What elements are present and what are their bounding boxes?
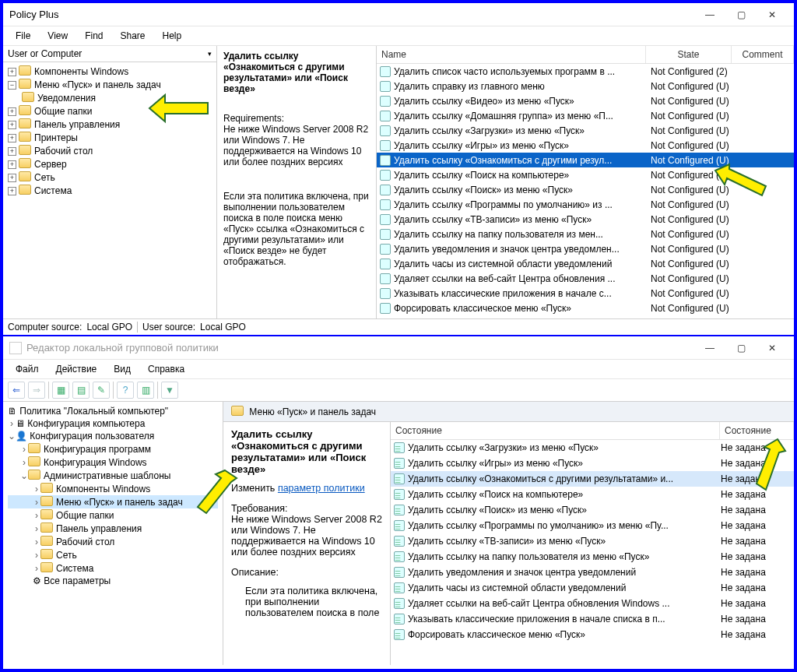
expand-icon[interactable]: › (33, 550, 40, 561)
tree-node[interactable]: +Рабочий стол (8, 144, 212, 157)
back-button[interactable]: ⇐ (8, 382, 25, 399)
expand-icon[interactable]: › (33, 497, 40, 508)
policy-row[interactable]: Указывать классические приложения в нача… (391, 611, 794, 627)
col-name[interactable]: Name (377, 46, 646, 63)
policy-row[interactable]: Удалить ссылку «Видео» из меню «Пуск»Not… (377, 93, 794, 108)
policy-row[interactable]: Удалить ссылку «Загрузки» из меню «Пуск»… (391, 440, 794, 456)
tool-icon[interactable]: ▦ (52, 382, 69, 399)
policy-row[interactable]: Удалить ссылку «Поиск на компьютере»Не з… (391, 487, 794, 502)
tree-node[interactable]: ›Рабочий стол (8, 535, 218, 548)
expand-icon[interactable]: › (20, 457, 28, 468)
expand-icon[interactable]: › (33, 563, 40, 574)
policy-row[interactable]: Удаляет ссылки на веб-сайт Центра обновл… (377, 271, 794, 286)
menu-file[interactable]: File (8, 29, 38, 43)
expand-icon[interactable]: › (33, 537, 40, 547)
policy-row[interactable]: Удалить ссылку «Поиск на компьютере»Not … (377, 167, 794, 182)
expand-icon[interactable]: + (8, 187, 16, 195)
tree-node[interactable]: ⚙ Все параметры (8, 575, 218, 587)
menu-view[interactable]: View (40, 29, 75, 43)
menu-item[interactable]: Вид (106, 362, 139, 376)
tree-node[interactable]: 🗎 Политика "Локальный компьютер" (8, 405, 218, 417)
tree-node[interactable]: ›Конфигурация программ (8, 442, 218, 456)
tree-node[interactable]: Уведомления (22, 91, 212, 104)
menu-help[interactable]: Help (155, 29, 190, 43)
minimize-button[interactable]: — (694, 337, 725, 359)
policy-row[interactable]: Удалить ссылку на папку пользователя из … (377, 227, 794, 241)
tree-node[interactable]: +Компоненты Windows (8, 65, 212, 78)
tree-node[interactable]: +Общие папки (8, 104, 212, 118)
policy-row[interactable]: Удалить ссылку «Загрузки» из меню «Пуск»… (377, 123, 794, 138)
tree-node[interactable]: ›Общие папки (8, 508, 218, 522)
policy-row[interactable]: Указывать классические приложения в нача… (377, 286, 794, 301)
tool-icon[interactable]: ▥ (137, 382, 154, 399)
policy-row[interactable]: Удалить ссылку «Игры» из меню «Пуск»Not … (377, 138, 794, 153)
policy-row[interactable]: Удалить ссылку «Ознакомиться с другими р… (391, 471, 794, 487)
menu-item[interactable]: Действие (48, 362, 105, 376)
expand-icon[interactable]: › (33, 510, 40, 521)
expand-icon[interactable]: + (8, 107, 16, 116)
maximize-button[interactable]: ▢ (725, 337, 757, 359)
tree-node[interactable]: ›Меню «Пуск» и панель задач (8, 495, 218, 508)
tree-scope-selector[interactable]: User or Computer ▾ (3, 46, 216, 62)
close-button[interactable]: ✕ (757, 4, 788, 26)
col-comment[interactable]: Comment (732, 46, 794, 63)
col-state[interactable]: State (646, 46, 732, 63)
expand-icon[interactable]: + (8, 174, 16, 182)
expand-icon[interactable]: › (33, 523, 40, 534)
tree-node[interactable]: ›Компоненты Windows (8, 482, 218, 495)
forward-button[interactable]: ⇒ (28, 382, 45, 399)
tree-node[interactable]: ›Система (8, 561, 218, 575)
policy-row[interactable]: Удаляет ссылки на веб-сайт Центра обновл… (391, 596, 794, 611)
policy-row[interactable]: Удалить ссылку на папку пользователя из … (391, 549, 794, 565)
policy-row[interactable]: Удалить ссылку «Ознакомиться с другими р… (377, 153, 794, 167)
tree-node[interactable]: ›Панель управления (8, 522, 218, 535)
expand-icon[interactable]: › (33, 484, 40, 494)
menu-item[interactable]: Файл (8, 362, 47, 376)
tool-icon[interactable]: ✎ (93, 382, 110, 399)
expand-icon[interactable]: › (20, 444, 28, 455)
policy-row[interactable]: Удалить уведомления и значок центра увед… (377, 241, 794, 256)
expand-icon[interactable]: + (8, 160, 16, 169)
minimize-button[interactable]: — (694, 4, 725, 26)
policy-row[interactable]: Удалить часы из системной области уведом… (377, 256, 794, 271)
policy-row[interactable]: Удалить ссылку «ТВ-записи» из меню «Пуск… (377, 212, 794, 227)
tree-node[interactable]: ⌄👤 Конфигурация пользователя (8, 430, 218, 442)
tree-node[interactable]: ⌄Административные шаблоны (8, 469, 218, 482)
tree-node[interactable]: +Система (8, 184, 212, 197)
policy-row[interactable]: Удалить ссылку «Программы по умолчанию» … (377, 197, 794, 212)
policy-row[interactable]: Удалить ссылку «Поиск» из меню «Пуск»Not… (377, 182, 794, 197)
tool-icon[interactable]: ▤ (72, 382, 90, 399)
policy-row[interactable]: Форсировать классическое меню «Пуск»Not … (377, 301, 794, 315)
expand-icon[interactable]: › (8, 418, 16, 429)
expand-icon[interactable]: + (8, 68, 16, 76)
tree-node[interactable]: ›Сеть (8, 548, 218, 561)
col-state[interactable]: Состояние (720, 422, 794, 439)
tree-node[interactable]: +Панель управления (8, 118, 212, 131)
policy-row[interactable]: Удалить ссылку «Программы по умолчанию» … (391, 518, 794, 533)
tree-node[interactable]: +Сервер (8, 157, 212, 171)
collapse-icon[interactable]: − (8, 81, 16, 90)
tree-node[interactable]: +Принтеры (8, 131, 212, 144)
menu-item[interactable]: Справка (140, 362, 192, 376)
expand-icon[interactable]: + (8, 134, 16, 142)
policy-row[interactable]: Удалить часы из системной области уведом… (391, 580, 794, 596)
tree-node[interactable]: ›🖥 Конфигурация компьютера (8, 417, 218, 430)
menu-find[interactable]: Find (77, 29, 111, 43)
edit-policy-link[interactable]: параметр политики (278, 483, 365, 494)
tree-node[interactable]: +Сеть (8, 171, 212, 184)
close-button[interactable]: ✕ (757, 337, 788, 359)
maximize-button[interactable]: ▢ (725, 4, 757, 26)
collapse-icon[interactable]: ⌄ (8, 431, 16, 442)
policy-row[interactable]: Удалить ссылку «Поиск» из меню «Пуск»Не … (391, 502, 794, 518)
expand-icon[interactable]: + (8, 121, 16, 129)
col-name[interactable]: Состояние (391, 422, 720, 439)
menu-share[interactable]: Share (112, 29, 153, 43)
policy-row[interactable]: Удалить ссылку «Игры» из меню «Пуск»Не з… (391, 456, 794, 471)
policy-row[interactable]: Удалить уведомления и значок центра увед… (391, 565, 794, 580)
policy-row[interactable]: Форсировать классическое меню «Пуск»Не з… (391, 627, 794, 642)
policy-row[interactable]: Удалить ссылку «ТВ-записи» из меню «Пуск… (391, 533, 794, 549)
filter-button[interactable]: ▼ (161, 382, 178, 399)
collapse-icon[interactable]: ⌄ (20, 470, 28, 481)
help-button[interactable]: ? (117, 382, 134, 399)
policy-row[interactable]: Удалить справку из главного менюNot Conf… (377, 79, 794, 93)
